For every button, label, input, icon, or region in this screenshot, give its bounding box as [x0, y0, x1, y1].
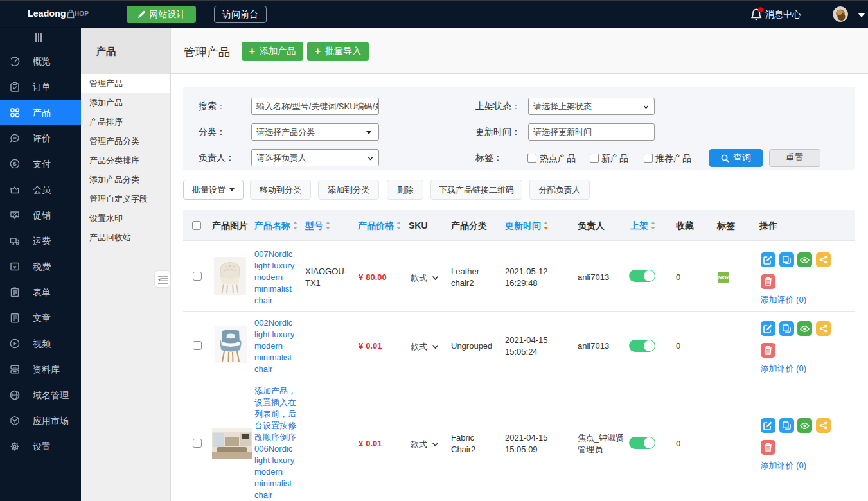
svg-text:¥: ¥	[13, 265, 17, 270]
svg-text:$: $	[13, 160, 17, 167]
